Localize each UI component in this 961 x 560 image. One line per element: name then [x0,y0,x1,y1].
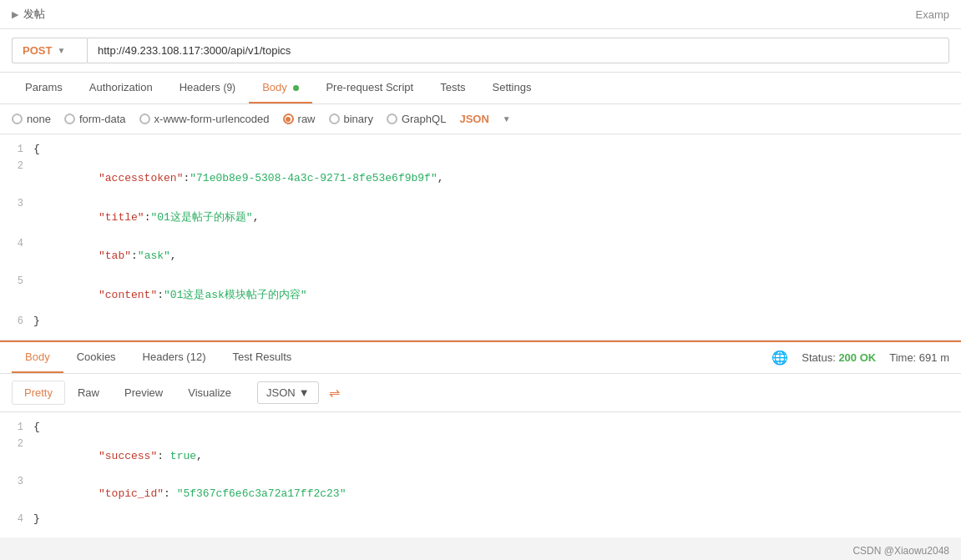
tab-params[interactable]: Params [12,73,76,103]
body-type-row: none form-data x-www-form-urlencoded raw… [0,104,961,134]
code-line-1: 1 { [0,143,961,159]
val-tab: "ask" [138,250,170,262]
tab-headers[interactable]: Headers (9) [166,73,249,103]
method-select[interactable]: POST ▼ [12,38,87,63]
request-body-editor[interactable]: 1 { 2 "accesstoken":"71e0b8e9-5308-4a3c-… [0,134,961,341]
radio-graphql[interactable]: GraphQL [387,113,446,125]
code-line-3: 3 "title":"01这是帖子的标题", [0,197,961,237]
val-accesstoken: "71e0b8e9-5308-4a3c-9271-8fe53e6f9b9f" [190,172,437,184]
response-tab-test-results[interactable]: Test Results [219,342,305,373]
method-label: POST [23,44,52,57]
tab-pre-request[interactable]: Pre-request Script [312,73,427,103]
response-line-4: 4 } [0,512,961,529]
response-line-1: 1 { [0,421,961,437]
breadcrumb: ▶ 发帖 [12,7,45,22]
response-tab-cookies[interactable]: Cookies [63,342,129,373]
code-line-6: 6 } [0,315,961,331]
key-title: "title" [99,211,144,224]
view-preview-button[interactable]: Preview [112,381,175,405]
response-toolbar: Pretty Raw Preview Visualize JSON ▼ ⇌ [0,374,961,412]
code-line-5: 5 "content":"01这是ask模块帖子的内容" [0,275,961,315]
resp-key-success: "success" [99,450,157,462]
chevron-down-icon: ▼ [57,46,65,55]
view-visualize-button[interactable]: Visualize [175,381,244,405]
wrap-icon[interactable]: ⇌ [329,385,340,401]
page-title: 发帖 [23,7,45,22]
json-format-label[interactable]: JSON [459,113,488,125]
tab-body[interactable]: Body [249,73,312,103]
response-body: 1 { 2 "success": true, 3 "topic_id": "5f… [0,412,961,537]
request-tabs: Params Authorization Headers (9) Body Pr… [0,73,961,104]
radio-dot-graphql [387,114,397,124]
radio-dot-form-data [64,114,75,124]
format-dropdown-icon: ▼ [299,386,310,399]
radio-dot-raw [283,114,294,124]
response-line-3: 3 "topic_id": "5f367cf6e6c3a72a17ff2c23" [0,475,961,512]
url-bar: POST ▼ [0,29,961,73]
response-tabs: Body Cookies Headers (12) Test Results [12,342,305,373]
response-tab-headers[interactable]: Headers (12) [129,342,220,373]
url-input[interactable] [87,38,949,63]
code-line-4: 4 "tab":"ask", [0,237,961,275]
radio-dot-binary [329,114,340,124]
response-status-area: 🌐 Status: 200 OK Time: 691 m [771,350,949,366]
response-tab-body[interactable]: Body [12,342,63,373]
tab-tests[interactable]: Tests [427,73,478,103]
time-label: Time: 691 m [889,351,949,364]
code-line-2: 2 "accesstoken":"71e0b8e9-5308-4a3c-9271… [0,159,961,197]
json-dropdown-icon[interactable]: ▼ [503,114,511,124]
key-content: "content" [99,289,157,301]
headers-badge: (9) [223,82,235,93]
tab-settings[interactable]: Settings [479,73,545,103]
radio-urlencoded[interactable]: x-www-form-urlencoded [139,113,270,125]
radio-none[interactable]: none [12,113,51,125]
globe-icon: 🌐 [771,350,788,366]
val-title: "01这是帖子的标题" [150,211,252,224]
top-bar: ▶ 发帖 Examp [0,0,961,29]
radio-binary[interactable]: binary [329,113,373,125]
arrow-icon: ▶ [12,9,18,20]
key-accesstoken: "accesstoken" [99,172,183,184]
view-pretty-button[interactable]: Pretty [12,381,65,405]
tab-authorization[interactable]: Authorization [76,73,166,103]
body-active-dot [293,85,299,91]
radio-dot-urlencoded [139,114,150,124]
resp-val-success: true [170,450,196,462]
val-content: "01这是ask模块帖子的内容" [164,289,307,301]
radio-form-data[interactable]: form-data [64,113,126,125]
view-raw-button[interactable]: Raw [65,381,112,405]
radio-dot-none [12,114,23,124]
response-format-select[interactable]: JSON ▼ [257,381,319,404]
resp-val-topic-id: "5f367cf6e6c3a72a17ff2c23" [177,487,346,500]
response-header: Body Cookies Headers (12) Test Results 🌐… [0,341,961,374]
key-tab: "tab" [99,250,131,262]
response-line-2: 2 "success": true, [0,437,961,475]
example-label: Examp [916,8,949,21]
radio-raw[interactable]: raw [283,113,316,125]
resp-key-topic-id: "topic_id" [99,487,164,500]
status-label: Status: 200 OK [802,351,876,364]
